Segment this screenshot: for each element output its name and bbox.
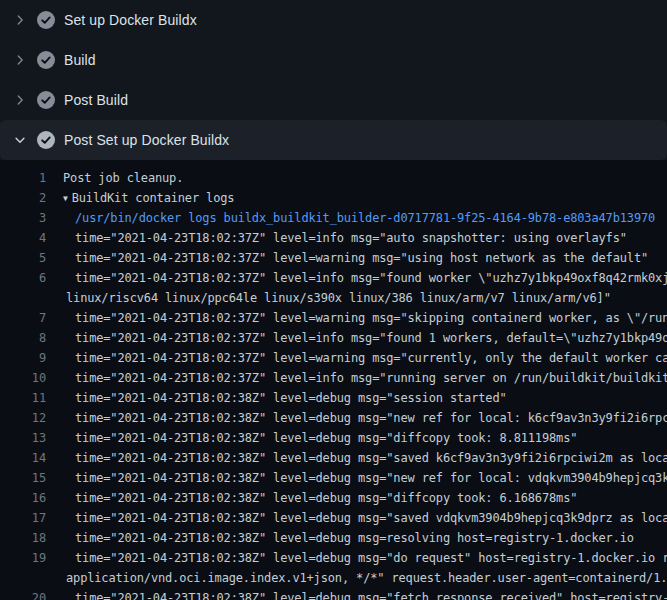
check-circle-icon	[37, 131, 55, 149]
log-line-text: Post job cleanup.	[46, 168, 183, 188]
log-line: 5time="2021-04-23T18:02:37Z" level=warni…	[0, 248, 667, 268]
actions-log-panel: Set up Docker BuildxBuildPost BuildPost …	[0, 0, 667, 600]
log-line-number[interactable]: 3	[0, 208, 46, 228]
log-line: linux/riscv64 linux/ppc64le linux/s390x …	[0, 288, 667, 308]
log-line-text: time="2021-04-23T18:02:37Z" level=info m…	[46, 268, 667, 288]
step-row-post-build[interactable]: Post Build	[0, 80, 667, 120]
log-line-number[interactable]: 19	[0, 548, 46, 568]
log-viewer: 1Post job cleanup.2▼BuildKit container l…	[0, 160, 667, 600]
step-label: Post Set up Docker Buildx	[64, 132, 229, 148]
log-line: 13time="2021-04-23T18:02:38Z" level=debu…	[0, 428, 667, 448]
log-line: 20time="2021-04-23T18:02:38Z" level=debu…	[0, 588, 667, 600]
log-line: 10time="2021-04-23T18:02:37Z" level=info…	[0, 368, 667, 388]
log-line-text: time="2021-04-23T18:02:38Z" level=debug …	[46, 588, 667, 600]
log-line: 18time="2021-04-23T18:02:38Z" level=debu…	[0, 528, 667, 548]
log-line: 1Post job cleanup.	[0, 168, 667, 188]
log-line: 4time="2021-04-23T18:02:37Z" level=info …	[0, 228, 667, 248]
step-row-build[interactable]: Build	[0, 40, 667, 80]
log-line: application/vnd.oci.image.index.v1+json,…	[0, 568, 667, 588]
log-line-number[interactable]: 4	[0, 228, 46, 248]
log-line-text: /usr/bin/docker logs buildx_buildkit_bui…	[46, 208, 655, 228]
log-line-text: time="2021-04-23T18:02:38Z" level=debug …	[46, 488, 577, 508]
log-group-title: BuildKit container logs	[72, 191, 235, 205]
log-line-text: time="2021-04-23T18:02:37Z" level=info m…	[46, 228, 627, 248]
check-circle-icon	[37, 11, 55, 29]
log-line-text: time="2021-04-23T18:02:37Z" level=info m…	[46, 328, 667, 348]
step-label: Build	[64, 52, 96, 68]
step-label: Set up Docker Buildx	[64, 12, 197, 28]
chevron-right-icon	[12, 92, 28, 108]
chevron-right-icon	[12, 52, 28, 68]
log-line: 6time="2021-04-23T18:02:37Z" level=info …	[0, 268, 667, 288]
log-line-text: time="2021-04-23T18:02:37Z" level=warnin…	[46, 248, 648, 268]
step-list: Set up Docker BuildxBuildPost BuildPost …	[0, 0, 667, 160]
log-line: 3/usr/bin/docker logs buildx_buildkit_bu…	[0, 208, 667, 228]
chevron-right-icon	[12, 12, 28, 28]
log-line: 9time="2021-04-23T18:02:37Z" level=warni…	[0, 348, 667, 368]
log-line: 8time="2021-04-23T18:02:37Z" level=info …	[0, 328, 667, 348]
log-line-number[interactable]: 15	[0, 468, 46, 488]
log-line: 15time="2021-04-23T18:02:38Z" level=debu…	[0, 468, 667, 488]
log-line-number-empty	[0, 568, 46, 588]
log-line-number[interactable]: 13	[0, 428, 46, 448]
log-line-number-empty	[0, 288, 46, 308]
log-line-number[interactable]: 20	[0, 588, 46, 600]
log-line: 14time="2021-04-23T18:02:38Z" level=debu…	[0, 448, 667, 468]
log-line: 17time="2021-04-23T18:02:38Z" level=debu…	[0, 508, 667, 528]
log-line-number[interactable]: 8	[0, 328, 46, 348]
log-line-text: time="2021-04-23T18:02:38Z" level=debug …	[46, 508, 667, 528]
step-row-set-up-docker-buildx[interactable]: Set up Docker Buildx	[0, 0, 667, 40]
log-line: 16time="2021-04-23T18:02:38Z" level=debu…	[0, 488, 667, 508]
log-line-text: time="2021-04-23T18:02:37Z" level=warnin…	[46, 348, 667, 368]
check-circle-icon	[37, 51, 55, 69]
log-line-text: time="2021-04-23T18:02:38Z" level=debug …	[46, 408, 667, 428]
log-line-text: linux/riscv64 linux/ppc64le linux/s390x …	[46, 288, 611, 308]
step-row-post-set-up-docker-buildx[interactable]: Post Set up Docker Buildx	[0, 120, 667, 160]
log-line-number[interactable]: 18	[0, 528, 46, 548]
log-line-text: time="2021-04-23T18:02:38Z" level=debug …	[46, 548, 667, 568]
log-line-text: time="2021-04-23T18:02:38Z" level=debug …	[46, 448, 667, 468]
log-line-number[interactable]: 7	[0, 308, 46, 328]
check-circle-icon	[37, 91, 55, 109]
triangle-down-icon: ▼	[63, 189, 68, 208]
log-line-number[interactable]: 5	[0, 248, 46, 268]
log-line: 12time="2021-04-23T18:02:38Z" level=debu…	[0, 408, 667, 428]
log-line-number[interactable]: 12	[0, 408, 46, 428]
log-line-number[interactable]: 9	[0, 348, 46, 368]
log-line-number[interactable]: 6	[0, 268, 46, 288]
log-line: 19time="2021-04-23T18:02:38Z" level=debu…	[0, 548, 667, 568]
step-label: Post Build	[64, 92, 128, 108]
log-line-text: application/vnd.oci.image.index.v1+json,…	[46, 568, 667, 588]
log-line-text: time="2021-04-23T18:02:37Z" level=warnin…	[46, 308, 667, 328]
log-line-number[interactable]: 14	[0, 448, 46, 468]
log-line-number[interactable]: 2	[0, 188, 46, 208]
log-line: 7time="2021-04-23T18:02:37Z" level=warni…	[0, 308, 667, 328]
log-line-number[interactable]: 17	[0, 508, 46, 528]
log-line-text: time="2021-04-23T18:02:38Z" level=debug …	[46, 388, 507, 408]
log-line-number[interactable]: 11	[0, 388, 46, 408]
log-line: 11time="2021-04-23T18:02:38Z" level=debu…	[0, 388, 667, 408]
log-line-number[interactable]: 10	[0, 368, 46, 388]
log-line-number[interactable]: 16	[0, 488, 46, 508]
log-line-text: time="2021-04-23T18:02:38Z" level=debug …	[46, 528, 634, 548]
log-line-number[interactable]: 1	[0, 168, 46, 188]
chevron-down-icon	[12, 132, 28, 148]
log-line-text: time="2021-04-23T18:02:37Z" level=info m…	[46, 368, 667, 388]
log-line-text: time="2021-04-23T18:02:38Z" level=debug …	[46, 428, 577, 448]
log-group-header[interactable]: ▼BuildKit container logs	[46, 188, 234, 208]
log-line: 2▼BuildKit container logs	[0, 188, 667, 208]
log-line-text: time="2021-04-23T18:02:38Z" level=debug …	[46, 468, 667, 488]
